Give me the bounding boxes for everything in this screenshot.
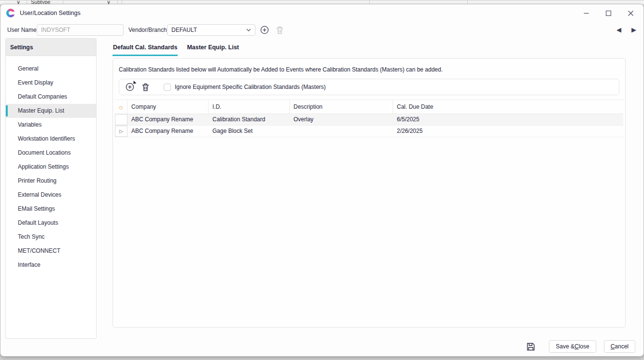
tab-master-equip-list[interactable]: Master Equip. List bbox=[186, 43, 239, 56]
sidebar-item-printer-routing[interactable]: Printer Routing bbox=[6, 174, 96, 188]
save-close-label-rest: lose bbox=[579, 343, 589, 350]
delete-vendor-button bbox=[274, 25, 285, 35]
minimize-icon bbox=[584, 11, 589, 16]
grid-customize-header[interactable]: ☼ bbox=[115, 100, 127, 114]
save-close-mnemonic: C bbox=[574, 343, 579, 350]
ignore-equipment-checkbox[interactable] bbox=[164, 84, 171, 91]
info-text: Calibration Standards listed below will … bbox=[119, 66, 619, 73]
cancel-mnemonic: C bbox=[611, 343, 615, 350]
sidebar-item-email-settings[interactable]: EMail Settings bbox=[6, 202, 96, 216]
sidebar-items: General Event Display Default Companies … bbox=[6, 62, 96, 272]
delete-standard-button[interactable] bbox=[140, 81, 151, 93]
grid-header-row: ☼ Company I.D. Description Cal. Due Date bbox=[115, 100, 623, 114]
sidebar-item-general[interactable]: General bbox=[6, 62, 96, 76]
row-indicator-icon: ▷ bbox=[119, 126, 123, 137]
vendor-branch-select[interactable]: DEFAULT bbox=[167, 24, 255, 36]
cell-cal-due-date: 6/5/2025 bbox=[393, 114, 623, 125]
grid-toolbar: Ignore Equipment Specific Calibration St… bbox=[119, 79, 619, 95]
sidebar-item-workstation-identifiers[interactable]: Workstation Identifiers bbox=[6, 132, 96, 146]
sidebar-item-interface[interactable]: Interface bbox=[6, 258, 96, 272]
sidebar-item-tech-sync[interactable]: Tech Sync bbox=[6, 230, 96, 244]
cell-id: Gage Block Set bbox=[209, 126, 290, 137]
column-header-cal-due-date[interactable]: Cal. Due Date bbox=[393, 100, 623, 114]
window-title: User/Location Settings bbox=[20, 4, 81, 22]
sidebar-item-master-equip-list[interactable]: Master Equip. List bbox=[6, 104, 96, 118]
maximize-icon bbox=[606, 11, 611, 16]
sidebar-item-event-display[interactable]: Event Display bbox=[6, 76, 96, 90]
add-standard-button[interactable] bbox=[124, 81, 136, 93]
cell-description bbox=[290, 126, 393, 137]
close-icon bbox=[628, 11, 633, 16]
chevron-down-icon bbox=[246, 29, 251, 31]
maximize-button[interactable] bbox=[597, 4, 619, 22]
tab-default-cal-standards[interactable]: Default Cal. Standards bbox=[112, 43, 178, 56]
add-circle-icon bbox=[126, 83, 134, 91]
window-controls bbox=[575, 4, 642, 22]
title-bar: User/Location Settings bbox=[0, 4, 644, 22]
ignore-equipment-checkbox-label: Ignore Equipment Specific Calibration St… bbox=[175, 84, 326, 90]
sidebar-item-application-settings[interactable]: Application Settings bbox=[6, 160, 96, 174]
vendor-branch-value: DEFAULT bbox=[171, 27, 246, 33]
row-indicator-cell: ▷ bbox=[115, 126, 127, 137]
sidebar-item-met-connect[interactable]: MET/CONNECT bbox=[6, 244, 96, 258]
save-close-label: Save & bbox=[556, 343, 574, 350]
save-icon[interactable] bbox=[527, 343, 535, 351]
sidebar-item-document-locations[interactable]: Document Locations bbox=[6, 146, 96, 160]
default-cal-standards-panel: Calibration Standards listed below will … bbox=[112, 58, 626, 328]
row-indicator-cell bbox=[115, 114, 127, 125]
settings-sidebar: Settings General Event Display Default C… bbox=[5, 38, 97, 339]
sidebar-item-external-devices[interactable]: External Devices bbox=[6, 188, 96, 202]
navigate-back-button[interactable]: ◀ bbox=[616, 22, 621, 38]
sidebar-item-default-companies[interactable]: Default Companies bbox=[6, 90, 96, 104]
user-name-field[interactable] bbox=[37, 24, 124, 36]
cell-company: ABC Company Rename bbox=[127, 114, 209, 125]
user-name-label: User Name: bbox=[7, 22, 38, 38]
navigate-forward-button[interactable]: ▶ bbox=[631, 22, 636, 38]
app-logo-icon bbox=[6, 9, 15, 17]
cell-cal-due-date: 2/26/2025 bbox=[393, 126, 623, 137]
save-close-button[interactable]: Save & Close bbox=[549, 340, 596, 353]
sidebar-header: Settings bbox=[6, 39, 96, 56]
fields-row: User Name: Vendor/Branch DEFAULT ◀ ▶ bbox=[0, 22, 644, 38]
trash-icon bbox=[142, 83, 149, 91]
column-header-company[interactable]: Company bbox=[127, 100, 209, 114]
close-button[interactable] bbox=[619, 4, 642, 22]
column-header-description[interactable]: Description bbox=[290, 100, 393, 114]
table-row[interactable]: ▷ ABC Company Rename Gage Block Set 2/26… bbox=[115, 126, 623, 137]
add-circle-icon bbox=[260, 26, 269, 34]
table-row[interactable]: ABC Company Rename Calibration Standard … bbox=[115, 114, 623, 126]
tab-bar: Default Cal. Standards Master Equip. Lis… bbox=[112, 43, 626, 56]
cancel-button[interactable]: Cancel bbox=[604, 340, 635, 353]
sidebar-item-variables[interactable]: Variables bbox=[6, 118, 96, 132]
cell-company: ABC Company Rename bbox=[127, 126, 209, 137]
main-panel: Default Cal. Standards Master Equip. Lis… bbox=[112, 43, 626, 328]
cancel-label-rest: ancel bbox=[615, 343, 629, 350]
sun-icon: ☼ bbox=[118, 103, 124, 110]
ignore-equipment-checkbox-wrap[interactable]: Ignore Equipment Specific Calibration St… bbox=[164, 84, 326, 91]
sidebar-item-default-layouts[interactable]: Default Layouts bbox=[6, 216, 96, 230]
cell-id: Calibration Standard bbox=[209, 114, 290, 125]
vendor-branch-label: Vendor/Branch bbox=[128, 22, 167, 38]
trash-icon bbox=[276, 26, 283, 34]
user-location-settings-dialog: User/Location Settings User Name: Vendor… bbox=[0, 4, 644, 357]
column-header-id[interactable]: I.D. bbox=[209, 100, 290, 114]
add-vendor-button[interactable] bbox=[259, 25, 270, 35]
footer-bar: Save & Close Cancel bbox=[527, 340, 635, 353]
minimize-button[interactable] bbox=[575, 4, 597, 22]
cell-description: Overlay bbox=[290, 114, 393, 125]
standards-grid: ☼ Company I.D. Description Cal. Due Date… bbox=[115, 100, 623, 137]
